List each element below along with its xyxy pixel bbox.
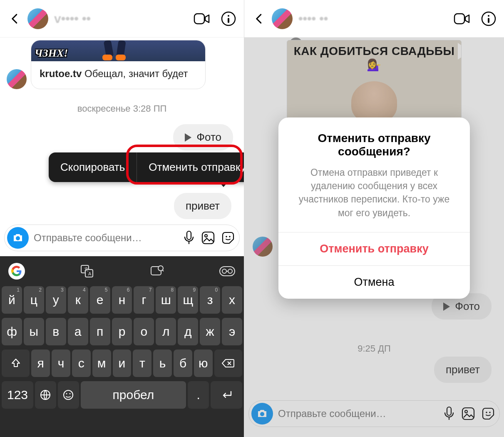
space-key[interactable]: пробел bbox=[81, 381, 186, 409]
incognito-button[interactable] bbox=[218, 262, 236, 280]
chat-title: v•••• •• bbox=[54, 12, 91, 26]
sticker-icon bbox=[221, 231, 235, 245]
key-ф[interactable]: ф bbox=[2, 318, 22, 345]
shift-key[interactable] bbox=[2, 350, 30, 377]
svg-point-25 bbox=[488, 15, 489, 17]
key-е[interactable]: е5 bbox=[90, 286, 110, 314]
globe-icon bbox=[40, 389, 51, 401]
key-ж[interactable]: ж bbox=[200, 318, 220, 345]
key-з[interactable]: з0 bbox=[200, 286, 220, 314]
key-щ[interactable]: щ9 bbox=[178, 286, 198, 314]
translate-button[interactable]: 文A bbox=[78, 262, 96, 280]
unsend-confirm-dialog: Отменить отправку сообщения? Отмена отпр… bbox=[278, 117, 470, 299]
timestamp-divider: воскресенье 3:28 ПП bbox=[0, 103, 244, 114]
key-и[interactable]: и bbox=[113, 350, 132, 377]
key-ц[interactable]: ц2 bbox=[24, 286, 44, 314]
svg-point-21 bbox=[66, 393, 67, 395]
svg-rect-0 bbox=[194, 14, 204, 24]
video-call-button[interactable] bbox=[452, 8, 472, 29]
svg-rect-3 bbox=[228, 18, 229, 23]
avatar[interactable] bbox=[272, 8, 293, 29]
numeric-key[interactable]: 123 bbox=[2, 381, 33, 409]
period-key[interactable]: . bbox=[188, 381, 209, 409]
svg-rect-23 bbox=[454, 14, 464, 24]
shared-post-thumbnail: ЧЗНХ! bbox=[31, 40, 205, 61]
google-icon bbox=[8, 263, 25, 280]
context-copy[interactable]: Скопировать bbox=[49, 152, 137, 182]
dialog-confirm-button[interactable]: Отменить отправку bbox=[278, 232, 470, 265]
dialog-body: Отмена отправки приведет к удалению сооб… bbox=[278, 162, 470, 232]
outgoing-photo-bubble[interactable]: Фото bbox=[173, 124, 233, 150]
video-icon bbox=[454, 12, 470, 25]
key-с[interactable]: с bbox=[72, 350, 91, 377]
key-п[interactable]: п bbox=[90, 318, 110, 345]
dialog-cancel-button[interactable]: Отмена bbox=[278, 265, 470, 299]
play-icon bbox=[185, 133, 191, 142]
key-к[interactable]: к4 bbox=[68, 286, 88, 314]
svg-point-22 bbox=[70, 393, 71, 395]
outgoing-text-bubble[interactable]: привет bbox=[174, 193, 231, 219]
incognito-icon bbox=[219, 266, 236, 277]
image-search-icon bbox=[150, 264, 164, 278]
key-р[interactable]: р bbox=[112, 318, 132, 345]
image-search-button[interactable] bbox=[148, 262, 166, 280]
svg-point-20 bbox=[64, 390, 73, 400]
sender-avatar[interactable] bbox=[7, 69, 27, 89]
camera-button[interactable] bbox=[7, 227, 29, 249]
video-call-button[interactable] bbox=[191, 8, 212, 29]
enter-key[interactable] bbox=[211, 381, 242, 409]
video-watermark: ЧЗНХ! bbox=[35, 47, 68, 60]
svg-rect-5 bbox=[187, 231, 191, 240]
key-б[interactable]: б bbox=[174, 350, 192, 377]
emoji-key[interactable] bbox=[58, 381, 79, 409]
shift-icon bbox=[10, 358, 21, 369]
key-ч[interactable]: ч bbox=[52, 350, 70, 377]
voice-button[interactable] bbox=[183, 230, 195, 245]
gallery-button[interactable] bbox=[201, 231, 215, 245]
info-icon bbox=[481, 11, 497, 27]
keyboard-toolbar: 文A bbox=[0, 256, 244, 286]
key-г[interactable]: г7 bbox=[134, 286, 154, 314]
key-в[interactable]: в bbox=[46, 318, 66, 345]
key-а[interactable]: а bbox=[68, 318, 88, 345]
onscreen-keyboard: 文A й1ц2у3к4е5н6г7ш8щ9з0х фывапролджэ ячс… bbox=[0, 256, 244, 437]
message-input[interactable] bbox=[34, 232, 183, 244]
backspace-key[interactable] bbox=[214, 350, 242, 377]
key-я[interactable]: я bbox=[31, 350, 50, 377]
key-ш[interactable]: ш8 bbox=[156, 286, 176, 314]
dialog-title: Отменить отправку сообщения? bbox=[278, 117, 470, 162]
back-button[interactable] bbox=[5, 9, 25, 29]
context-unsend[interactable]: Отменить отправку bbox=[137, 152, 244, 182]
key-ь[interactable]: ь bbox=[153, 350, 172, 377]
chat-header: v•••• •• bbox=[0, 0, 244, 37]
svg-point-8 bbox=[226, 236, 227, 237]
key-э[interactable]: э bbox=[222, 318, 242, 345]
key-н[interactable]: н6 bbox=[112, 286, 132, 314]
key-у[interactable]: у3 bbox=[46, 286, 66, 314]
key-ы[interactable]: ы bbox=[24, 318, 44, 345]
key-й[interactable]: й1 bbox=[2, 286, 22, 314]
key-л[interactable]: л bbox=[156, 318, 176, 345]
key-м[interactable]: м bbox=[92, 350, 111, 377]
chevron-left-icon bbox=[9, 12, 21, 25]
back-button[interactable] bbox=[249, 9, 269, 29]
chat-title: •••• •• bbox=[298, 12, 328, 26]
key-х[interactable]: х bbox=[222, 286, 242, 314]
key-т[interactable]: т bbox=[133, 350, 151, 377]
language-key[interactable] bbox=[35, 381, 56, 409]
svg-point-17 bbox=[222, 269, 226, 273]
google-button[interactable] bbox=[7, 262, 26, 280]
key-ю[interactable]: ю bbox=[194, 350, 213, 377]
shared-post-row: ЧЗНХ! krutoe.tv Обещал, значит будет bbox=[0, 40, 244, 89]
info-button[interactable] bbox=[478, 8, 499, 29]
svg-point-4 bbox=[16, 236, 20, 240]
info-button[interactable] bbox=[218, 8, 239, 29]
key-о[interactable]: о bbox=[134, 318, 154, 345]
sticker-button[interactable] bbox=[221, 231, 235, 245]
avatar[interactable] bbox=[27, 8, 48, 29]
svg-point-7 bbox=[205, 235, 207, 237]
shared-post-card[interactable]: ЧЗНХ! krutoe.tv Обещал, значит будет bbox=[31, 40, 206, 89]
svg-point-2 bbox=[228, 15, 229, 17]
key-д[interactable]: д bbox=[178, 318, 198, 345]
screenshot-left: v•••• •• ЧЗНХ! krutoe.tv Обещ bbox=[0, 0, 244, 437]
